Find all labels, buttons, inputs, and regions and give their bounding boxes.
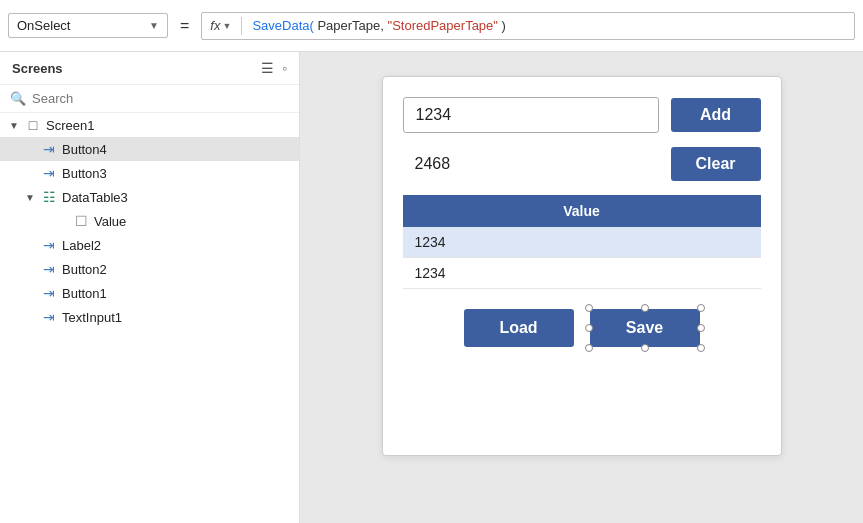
screen1-label: Screen1 [46, 118, 94, 133]
textinput1-label: TextInput1 [62, 310, 122, 325]
button3-label: Button3 [62, 166, 107, 181]
sidebar-item-button2[interactable]: ⇥ Button2 [0, 257, 299, 281]
fx-label: fx ▼ [210, 18, 231, 33]
sidebar-item-datatable3[interactable]: ▼ ☷ DataTable3 [0, 185, 299, 209]
table-cell-row1: 1234 [403, 227, 761, 258]
canvas-area: Add 2468 Clear Value 1234 [300, 52, 863, 523]
fx-text: fx [210, 18, 220, 33]
button1-label: Button1 [62, 286, 107, 301]
sidebar-item-label2[interactable]: ⇥ Label2 [0, 233, 299, 257]
sidebar-item-textinput1[interactable]: ⇥ TextInput1 [0, 305, 299, 329]
fx-chevron-icon: ▼ [222, 21, 231, 31]
formula-function: SaveData( [252, 18, 313, 33]
label2-label: Label2 [62, 238, 101, 253]
sidebar-item-value[interactable]: ☐ Value [0, 209, 299, 233]
load-button[interactable]: Load [464, 309, 574, 347]
checkbox-icon: ☐ [72, 213, 90, 229]
button2-label: Button2 [62, 262, 107, 277]
event-dropdown[interactable]: OnSelect ▼ [8, 13, 168, 38]
label-icon: ⇥ [40, 237, 58, 253]
table-cell-row2: 1234 [403, 258, 761, 289]
search-icon: 🔍 [10, 91, 26, 106]
formula-divider [241, 17, 242, 35]
list-view-icon[interactable]: ☰ [261, 60, 274, 76]
main-area: Screens ☰ ◦ 🔍 ▼ □ Screen1 ⇥ Button4 [0, 52, 863, 523]
sidebar-item-button1[interactable]: ⇥ Button1 [0, 281, 299, 305]
formula-content: SaveData( PaperTape, "StoredPaperTape" ) [252, 18, 506, 33]
datatable3-label: DataTable3 [62, 190, 128, 205]
clear-row: 2468 Clear [403, 147, 761, 181]
textinput-icon: ⇥ [40, 309, 58, 325]
button-icon: ⇥ [40, 141, 58, 157]
button4-label: Button4 [62, 142, 107, 157]
sidebar-item-screen1[interactable]: ▼ □ Screen1 [0, 113, 299, 137]
table-row: 1234 [403, 227, 761, 258]
save-button-wrapper: Save [590, 309, 700, 347]
datatable-icon: ☷ [40, 189, 58, 205]
save-button[interactable]: Save [590, 309, 700, 347]
grid-view-icon[interactable]: ◦ [282, 60, 287, 76]
table-row: 1234 [403, 258, 761, 289]
table-header-value: Value [403, 195, 761, 227]
sidebar-item-button4[interactable]: ⇥ Button4 [0, 137, 299, 161]
buttons-row: Load Save [403, 309, 761, 347]
sidebar-icons: ☰ ◦ [261, 60, 287, 76]
sidebar-item-button3[interactable]: ⇥ Button3 [0, 161, 299, 185]
formula-close: ) [498, 18, 506, 33]
value-display: 2468 [403, 147, 659, 181]
button-icon: ⇥ [40, 261, 58, 277]
add-row: Add [403, 97, 761, 133]
formula-string: "StoredPaperTape" [388, 18, 498, 33]
sidebar-title: Screens [12, 61, 63, 76]
search-input[interactable] [32, 91, 289, 106]
equals-sign: = [176, 17, 193, 35]
paper-tape-input[interactable] [403, 97, 659, 133]
button-icon: ⇥ [40, 165, 58, 181]
button-icon: ⇥ [40, 285, 58, 301]
screen-icon: □ [24, 117, 42, 133]
expand-icon: ▼ [8, 120, 20, 131]
sidebar-header: Screens ☰ ◦ [0, 52, 299, 85]
app-card: Add 2468 Clear Value 1234 [382, 76, 782, 456]
sidebar: Screens ☰ ◦ 🔍 ▼ □ Screen1 ⇥ Button4 [0, 52, 300, 523]
value-label: Value [94, 214, 126, 229]
search-box: 🔍 [0, 85, 299, 113]
data-table: Value 1234 1234 [403, 195, 761, 289]
expand-icon: ▼ [24, 192, 36, 203]
event-dropdown-label: OnSelect [17, 18, 70, 33]
formula-arg1: PaperTape, [314, 18, 388, 33]
top-bar: OnSelect ▼ = fx ▼ SaveData( PaperTape, "… [0, 0, 863, 52]
clear-button[interactable]: Clear [671, 147, 761, 181]
add-button[interactable]: Add [671, 98, 761, 132]
formula-bar[interactable]: fx ▼ SaveData( PaperTape, "StoredPaperTa… [201, 12, 855, 40]
tree: ▼ □ Screen1 ⇥ Button4 ⇥ Button3 ▼ ☷ Data… [0, 113, 299, 523]
chevron-down-icon: ▼ [149, 20, 159, 31]
